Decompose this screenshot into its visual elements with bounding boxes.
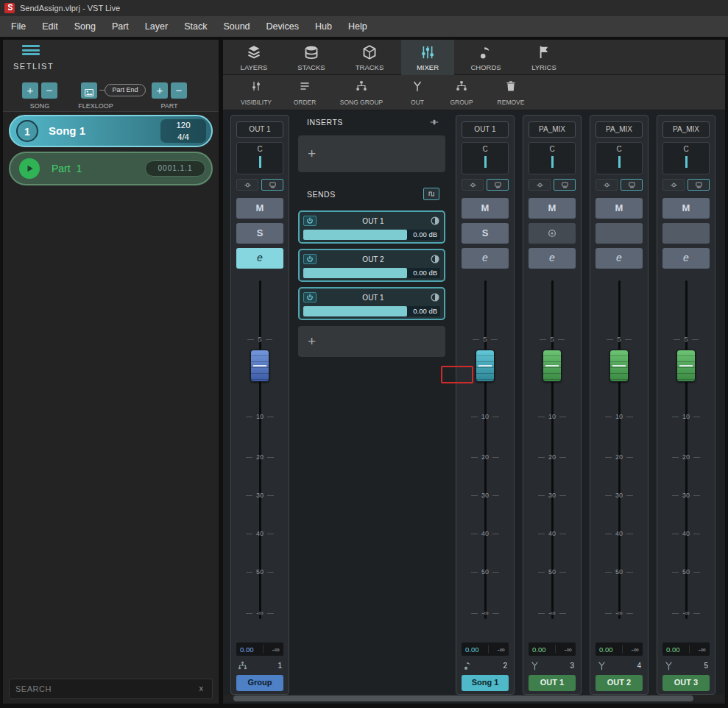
search-input[interactable] [15, 679, 185, 698]
solo-button[interactable]: S [462, 223, 509, 244]
meter-toggle-button[interactable] [688, 179, 710, 191]
remove-part-button[interactable]: − [171, 82, 187, 99]
setlist-menu-icon[interactable] [22, 45, 40, 57]
insert-state-button[interactable] [596, 179, 618, 191]
tab-stacks[interactable]: STACKS [285, 40, 338, 75]
fader[interactable]: 51020304050-∞ [462, 273, 509, 626]
mute-button[interactable]: M [596, 198, 643, 219]
spare-button[interactable] [662, 223, 710, 244]
add-song-button[interactable]: + [22, 82, 38, 99]
send-power-button[interactable] [303, 216, 317, 226]
menu-stack[interactable]: Stack [176, 16, 215, 37]
menu-devices[interactable]: Devices [258, 16, 307, 37]
menu-hub[interactable]: Hub [307, 16, 340, 37]
meter-toggle-button[interactable] [621, 179, 643, 191]
send-destination[interactable]: OUT 2 [317, 255, 430, 263]
solo-button[interactable]: S [236, 223, 283, 244]
pan-control[interactable]: C [596, 142, 643, 174]
edit-button[interactable]: e [662, 248, 710, 269]
mute-button[interactable]: M [529, 198, 576, 219]
clear-search-button[interactable]: x [199, 684, 204, 693]
fader-handle[interactable] [543, 350, 562, 382]
send-level-bar[interactable]: 0.00 dB [303, 230, 440, 240]
flexloop-button[interactable] [81, 82, 97, 99]
song-tempo-box[interactable]: 120 4/4 [160, 119, 206, 143]
send-pan-icon[interactable] [430, 216, 440, 226]
channel-name[interactable]: OUT 1 [529, 675, 576, 691]
send-pan-icon[interactable] [430, 292, 440, 302]
pan-control[interactable]: C [462, 142, 509, 174]
send-destination[interactable]: OUT 1 [317, 294, 430, 302]
insert-state-button[interactable] [236, 179, 258, 191]
send-destination[interactable]: OUT 1 [317, 217, 430, 225]
remove-song-button[interactable]: − [41, 82, 57, 99]
mute-button[interactable]: M [236, 198, 283, 219]
channel-name[interactable]: OUT 2 [596, 675, 643, 691]
menu-edit[interactable]: Edit [34, 16, 66, 37]
menu-song[interactable]: Song [66, 16, 104, 37]
send-power-button[interactable] [303, 292, 317, 302]
monitor-button[interactable] [529, 223, 576, 244]
menu-help[interactable]: Help [340, 16, 375, 37]
fader[interactable]: 51020304050-∞ [662, 273, 710, 626]
group-button[interactable]: GROUP [441, 77, 482, 108]
out-button[interactable]: OUT [403, 77, 432, 108]
send-level-bar[interactable]: 0.00 dB [303, 268, 440, 278]
fader[interactable]: 51020304050-∞ [596, 273, 643, 626]
channel-output-button[interactable]: OUT 1 [236, 121, 283, 138]
fader-handle[interactable] [250, 350, 269, 382]
tab-lyrics[interactable]: LYRICS [517, 40, 570, 75]
level-readout[interactable]: 0.00 -∞ [462, 642, 509, 656]
setlist-song-item[interactable]: 1 Song 1 120 4/4 [9, 115, 213, 147]
channel-output-button[interactable]: PA_MIX [529, 121, 576, 138]
menu-sound[interactable]: Sound [215, 16, 258, 37]
level-readout[interactable]: 0.00 -∞ [236, 642, 283, 656]
fader-handle[interactable] [609, 350, 629, 382]
channel-name[interactable]: Song 1 [462, 675, 509, 691]
edit-button[interactable]: e [462, 248, 509, 269]
pan-control[interactable]: C [662, 142, 710, 174]
channel-name[interactable]: OUT 3 [662, 675, 710, 691]
send-slot-3[interactable]: OUT 1 0.00 dB [298, 287, 445, 320]
meter-toggle-button[interactable] [487, 179, 509, 191]
meter-toggle-button[interactable] [554, 179, 576, 191]
fader[interactable]: 51020304050-∞ [236, 273, 283, 626]
spare-button[interactable] [596, 223, 643, 244]
horizontal-scrollbar[interactable] [225, 695, 724, 702]
tab-mixer[interactable]: MIXER [401, 40, 454, 75]
setlist-part-item[interactable]: Part 1 0001.1.1 [9, 152, 213, 185]
mute-button[interactable]: M [462, 198, 509, 219]
send-slot-2[interactable]: OUT 2 0.00 dB [298, 249, 445, 282]
meter-toggle-button[interactable] [261, 179, 283, 191]
tab-chords[interactable]: CHORDS [459, 40, 512, 75]
level-readout[interactable]: 0.00 -∞ [529, 642, 576, 656]
insert-state-button[interactable] [662, 179, 685, 191]
scrollbar-thumb[interactable] [233, 695, 693, 701]
add-part-button[interactable]: + [152, 82, 168, 99]
pan-control[interactable]: C [529, 142, 576, 174]
menu-layer[interactable]: Layer [137, 16, 176, 37]
song-group-button[interactable]: SONG GROUP [328, 77, 395, 108]
send-pan-icon[interactable] [430, 254, 440, 264]
play-part-button[interactable] [19, 158, 40, 179]
tab-layers[interactable]: LAYERS [227, 40, 280, 75]
edit-button[interactable]: e [596, 248, 643, 269]
inserts-header-icon[interactable] [429, 117, 439, 127]
channel-output-button[interactable]: PA_MIX [596, 121, 643, 138]
menu-file[interactable]: File [3, 16, 34, 37]
channel-output-button[interactable]: OUT 1 [462, 121, 509, 138]
sends-prepost-button[interactable] [423, 188, 439, 200]
menu-part[interactable]: Part [104, 16, 137, 37]
tab-tracks[interactable]: TRACKS [343, 40, 396, 75]
send-power-button[interactable] [303, 254, 317, 264]
edit-button[interactable]: e [236, 248, 283, 269]
add-send-button[interactable]: + [298, 326, 445, 357]
visibility-button[interactable]: VISIBILITY [233, 77, 279, 108]
remove-button[interactable]: REMOVE [490, 77, 532, 108]
level-readout[interactable]: 0.00 -∞ [662, 642, 710, 656]
order-button[interactable]: ORDER [288, 77, 322, 108]
channel-output-button[interactable]: PA_MIX [662, 121, 710, 138]
part-end-dropdown[interactable]: Part End [105, 84, 146, 96]
fader-handle[interactable] [676, 350, 696, 382]
mute-button[interactable]: M [662, 198, 710, 219]
